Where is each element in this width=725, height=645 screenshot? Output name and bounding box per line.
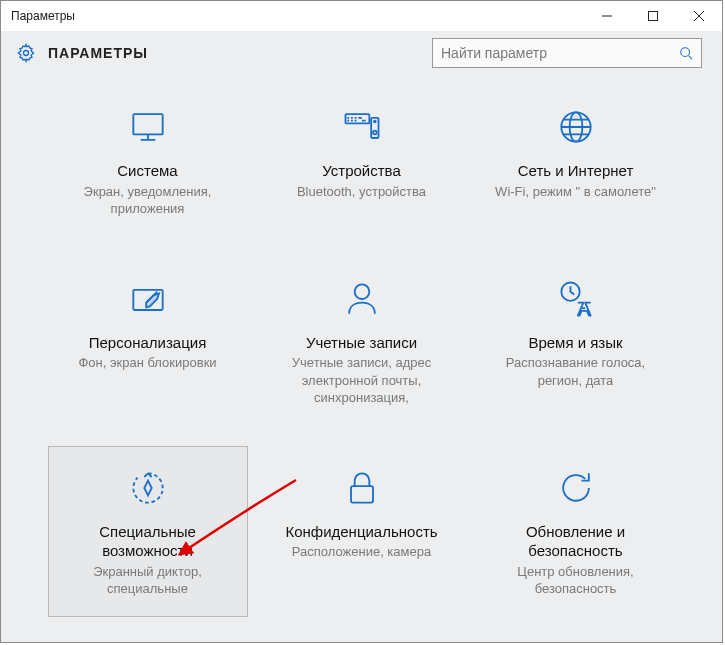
svg-rect-3 bbox=[133, 114, 162, 134]
tile-desc: Фон, экран блокировки bbox=[59, 354, 237, 372]
tile-desc: Экранный диктор, специальные bbox=[59, 563, 237, 598]
gear-icon bbox=[16, 43, 36, 63]
minimize-icon bbox=[602, 11, 612, 21]
tile-desc: Экран, уведомления, приложения bbox=[59, 183, 237, 218]
settings-window: Параметры ПАРАМЕТРЫ bbox=[0, 0, 723, 643]
close-button[interactable] bbox=[676, 1, 722, 31]
header-left: ПАРАМЕТРЫ bbox=[16, 43, 148, 63]
maximize-button[interactable] bbox=[630, 1, 676, 31]
window-title: Параметры bbox=[11, 9, 75, 23]
header: ПАРАМЕТРЫ bbox=[1, 31, 722, 75]
tile-privacy[interactable]: Конфиденциальность Расположение, камера bbox=[262, 446, 462, 617]
tile-title: Специальные возможности bbox=[59, 522, 237, 561]
tiles-grid: Система Экран, уведомления, приложения У… bbox=[1, 85, 722, 637]
tile-title: Обновление и безопасность bbox=[487, 522, 665, 561]
search-input[interactable] bbox=[441, 45, 671, 61]
search-icon bbox=[679, 46, 693, 60]
system-icon bbox=[59, 101, 237, 153]
svg-point-1 bbox=[24, 51, 29, 56]
ease-of-access-icon bbox=[59, 462, 237, 514]
tile-network[interactable]: Сеть и Интернет Wi-Fi, режим " в самолет… bbox=[476, 85, 676, 237]
tile-time-language[interactable]: Время и язык Распознавание голоса, регио… bbox=[476, 257, 676, 426]
svg-rect-13 bbox=[351, 486, 373, 503]
minimize-button[interactable] bbox=[584, 1, 630, 31]
privacy-icon bbox=[273, 462, 451, 514]
tile-desc: Центр обновления, безопасность bbox=[487, 563, 665, 598]
window-controls bbox=[584, 1, 722, 31]
close-icon bbox=[694, 11, 704, 21]
svg-point-2 bbox=[681, 48, 690, 57]
titlebar: Параметры bbox=[1, 1, 722, 31]
tile-title: Система bbox=[59, 161, 237, 181]
tile-title: Сеть и Интернет bbox=[487, 161, 665, 181]
accounts-icon bbox=[273, 273, 451, 325]
tile-desc: Учетные записи, адрес электронной почты,… bbox=[273, 354, 451, 407]
content-area: Система Экран, уведомления, приложения У… bbox=[1, 75, 722, 642]
update-icon bbox=[487, 462, 665, 514]
svg-point-7 bbox=[373, 121, 375, 123]
svg-point-6 bbox=[373, 131, 377, 135]
personalization-icon bbox=[59, 273, 237, 325]
svg-point-11 bbox=[354, 284, 369, 299]
tile-desc: Bluetooth, устройства bbox=[273, 183, 451, 201]
tile-desc: Wi-Fi, режим " в самолете" bbox=[487, 183, 665, 201]
devices-icon bbox=[273, 101, 451, 153]
tile-system[interactable]: Система Экран, уведомления, приложения bbox=[48, 85, 248, 237]
page-title: ПАРАМЕТРЫ bbox=[48, 45, 148, 61]
tile-title: Персонализация bbox=[59, 333, 237, 353]
tile-title: Устройства bbox=[273, 161, 451, 181]
tile-devices[interactable]: Устройства Bluetooth, устройства bbox=[262, 85, 462, 237]
time-language-icon bbox=[487, 273, 665, 325]
tile-desc: Расположение, камера bbox=[273, 543, 451, 561]
network-icon bbox=[487, 101, 665, 153]
tile-title: Время и язык bbox=[487, 333, 665, 353]
tile-title: Конфиденциальность bbox=[273, 522, 451, 542]
tile-accounts[interactable]: Учетные записи Учетные записи, адрес эле… bbox=[262, 257, 462, 426]
tile-title: Учетные записи bbox=[273, 333, 451, 353]
tile-ease-of-access[interactable]: Специальные возможности Экранный диктор,… bbox=[48, 446, 248, 617]
tile-update-security[interactable]: Обновление и безопасность Центр обновлен… bbox=[476, 446, 676, 617]
maximize-icon bbox=[648, 11, 658, 21]
search-box[interactable] bbox=[432, 38, 702, 68]
svg-rect-0 bbox=[649, 12, 658, 21]
tile-personalization[interactable]: Персонализация Фон, экран блокировки bbox=[48, 257, 248, 426]
tile-desc: Распознавание голоса, регион, дата bbox=[487, 354, 665, 389]
